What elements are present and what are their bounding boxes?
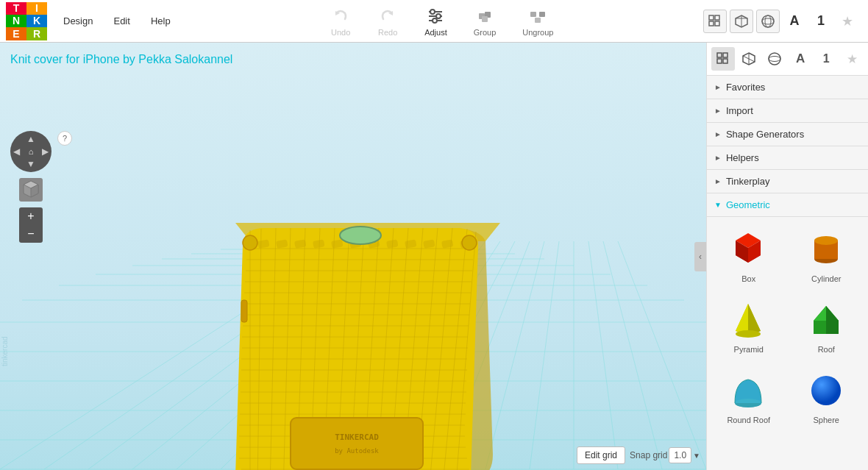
snap-grid-control: Snap grid 1.0 ▼: [630, 447, 700, 463]
round-roof-label: Round Roof: [727, 416, 770, 424]
shape-generators-arrow: ►: [714, 130, 722, 138]
import-section-header[interactable]: ► Import: [707, 99, 868, 123]
toolbar-center: Undo Redo Adjust: [181, 3, 703, 40]
nav-help[interactable]: Help: [140, 2, 181, 40]
tinkercad-logo[interactable]: T I N K E R: [6, 2, 47, 40]
favorites-label: Favorites: [726, 82, 765, 93]
compass-left-arrow: ◀: [13, 146, 20, 157]
svg-rect-10: [482, 16, 488, 22]
svg-rect-14: [709, 15, 714, 20]
main-content: Knit cover for iPhone by Pekka Salokanne…: [0, 43, 868, 470]
grid-icon: [708, 15, 722, 28]
svg-point-113: [340, 227, 381, 244]
tinkerplay-section-header[interactable]: ► Tinkerplay: [707, 170, 868, 193]
navigation-controls: ▲ ▼ ◀ ▶ ⌂ + −: [10, 131, 51, 243]
nav-edit[interactable]: Edit: [103, 2, 140, 40]
import-arrow: ►: [714, 107, 722, 115]
sphere-svg: [806, 371, 847, 411]
panel-grid-icon: [716, 52, 730, 65]
edit-grid-button[interactable]: Edit grid: [577, 446, 625, 464]
adjust-button[interactable]: Adjust: [419, 3, 453, 40]
roof-visual: [804, 298, 848, 342]
logo-cell-n: N: [6, 15, 26, 27]
sphere-view-button[interactable]: [756, 10, 780, 33]
panel-letter-a[interactable]: A: [789, 47, 812, 71]
favorites-section-header[interactable]: ► Favorites: [707, 76, 868, 99]
shape-cylinder[interactable]: Cylinder: [791, 223, 863, 288]
logo-cell-k: K: [26, 15, 47, 27]
svg-rect-11: [530, 12, 536, 17]
snap-dropdown-arrow[interactable]: ▼: [693, 452, 700, 460]
roof-label: Roof: [818, 345, 835, 354]
panel-sphere-view[interactable]: [763, 47, 786, 71]
nav-design[interactable]: Design: [53, 2, 103, 40]
svg-point-22: [762, 18, 774, 24]
canvas-grid-svg: tinkercad: [0, 43, 706, 470]
box3d-button[interactable]: [730, 10, 753, 33]
box-visual: [727, 227, 771, 271]
sphere-visual: [804, 368, 848, 413]
svg-rect-122: [717, 53, 722, 57]
shape-roof[interactable]: Roof: [791, 293, 863, 358]
shape-round-roof[interactable]: Round Roof: [713, 364, 785, 429]
svg-marker-144: [826, 306, 839, 334]
shape-pyramid[interactable]: Pyramid: [713, 293, 785, 358]
logo-cell-t: T: [6, 2, 26, 15]
panel-star[interactable]: ★: [840, 47, 864, 71]
ungroup-button[interactable]: Ungroup: [516, 3, 559, 40]
right-panel: A 1 ★ ► Favorites ► Import ► Shape Gener…: [706, 43, 868, 470]
panel-box-icon: [741, 51, 756, 66]
panel-grid-view[interactable]: [711, 47, 735, 71]
panel-collapse-button[interactable]: ‹: [694, 242, 706, 271]
svg-point-6: [436, 14, 441, 18]
geometric-section-header[interactable]: ▼ Geometric: [707, 193, 868, 217]
panel-number-1[interactable]: 1: [814, 47, 838, 71]
adjust-label: Adjust: [424, 28, 447, 37]
svg-point-23: [765, 15, 771, 27]
svg-point-129: [769, 53, 780, 65]
svg-text:by Autodesk: by Autodesk: [335, 447, 379, 455]
snap-value-display: 1.0: [669, 447, 691, 463]
undo-label: Undo: [331, 28, 350, 37]
cube-icon: [21, 179, 41, 200]
geometric-arrow: ▼: [714, 201, 722, 209]
panel-box-view[interactable]: [737, 47, 761, 71]
logo-cell-r: R: [26, 27, 47, 40]
zoom-out-button[interactable]: −: [19, 225, 43, 243]
pyramid-svg: [728, 300, 769, 341]
shape-generators-section-header[interactable]: ► Shape Generators: [707, 123, 868, 146]
canvas-bottom-controls: Edit grid Snap grid 1.0 ▼: [577, 446, 700, 464]
undo-button[interactable]: Undo: [324, 3, 357, 40]
svg-point-5: [430, 10, 435, 14]
panel-sphere-icon: [767, 51, 782, 66]
redo-button[interactable]: Redo: [371, 3, 404, 40]
svg-point-130: [769, 57, 780, 62]
group-button[interactable]: Group: [468, 3, 502, 40]
grid-view-button[interactable]: [703, 10, 727, 33]
svg-point-119: [243, 235, 257, 250]
group-label: Group: [474, 28, 497, 37]
help-button[interactable]: ?: [57, 131, 72, 146]
geometric-label: Geometric: [726, 199, 770, 210]
helpers-section-header[interactable]: ► Helpers: [707, 146, 868, 170]
svg-rect-123: [723, 53, 728, 57]
svg-rect-125: [723, 59, 728, 63]
group-icon: [474, 6, 495, 26]
compass-home: ⌂: [29, 147, 34, 156]
compass-control[interactable]: ▲ ▼ ◀ ▶ ⌂: [10, 131, 51, 172]
shape-generators-label: Shape Generators: [726, 129, 804, 140]
star-button[interactable]: ★: [836, 10, 859, 33]
canvas-area[interactable]: Knit cover for iPhone by Pekka Salokanne…: [0, 43, 706, 470]
nav-menu: Design Edit Help: [53, 2, 181, 40]
zoom-in-button[interactable]: +: [19, 207, 43, 225]
number-1-button[interactable]: 1: [809, 10, 833, 33]
shape-box[interactable]: Box: [713, 223, 785, 288]
shapes-grid: Box Cylinder: [707, 217, 868, 435]
adjust-icon: [425, 6, 446, 26]
view-cube[interactable]: [19, 178, 43, 202]
shape-sphere[interactable]: Sphere: [791, 364, 863, 429]
ungroup-label: Ungroup: [522, 28, 553, 37]
box-label: Box: [741, 274, 755, 283]
ungroup-icon: [527, 6, 548, 26]
letter-a-button[interactable]: A: [783, 10, 806, 33]
